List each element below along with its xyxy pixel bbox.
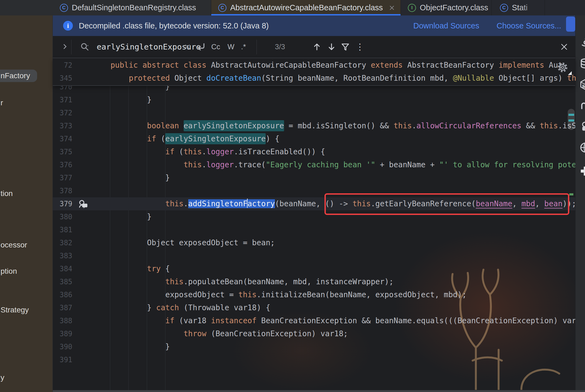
search-result-count: 3/3 bbox=[275, 36, 285, 58]
line-number[interactable]: 72 bbox=[53, 59, 72, 72]
code-text: } bbox=[110, 340, 170, 353]
project-sidebar[interactable]: nFactoryrtionocessorptionStrategyy bbox=[0, 15, 53, 392]
comments-icon[interactable] bbox=[78, 199, 89, 210]
database-icon[interactable] bbox=[579, 58, 585, 70]
scrollbar-match-mark[interactable] bbox=[568, 119, 574, 122]
code-editor[interactable]: 368369 mbd.postProcessed = true;370 }371… bbox=[53, 58, 575, 392]
expand-chevron-right-icon[interactable] bbox=[61, 43, 71, 52]
tab-label: AbstractAutowireCapableBeanFactory.class bbox=[230, 3, 383, 12]
code-line-371: 371 } bbox=[53, 93, 575, 106]
scrollbar-match-mark[interactable] bbox=[568, 114, 574, 116]
code-line-384: 384 try { bbox=[53, 262, 575, 275]
line-number[interactable]: 373 bbox=[53, 119, 72, 132]
svg-text:M: M bbox=[582, 84, 585, 89]
clear-search-icon[interactable] bbox=[184, 43, 193, 53]
close-search-icon[interactable] bbox=[560, 43, 570, 52]
sidebar-item-ocessor[interactable]: ocessor bbox=[1, 239, 27, 251]
tab-abstractautowirecapablebeanfactory-class[interactable]: CAbstractAutowireCapableBeanFactory.clas… bbox=[211, 0, 401, 15]
line-number[interactable]: 386 bbox=[53, 288, 72, 301]
tab-stati[interactable]: CStati bbox=[493, 0, 545, 15]
sidebar-item-tion[interactable]: tion bbox=[1, 187, 13, 200]
code-line-385: 385 this.populateBean(beanName, mbd, ins… bbox=[53, 275, 575, 288]
line-number[interactable]: 391 bbox=[53, 353, 72, 366]
line-number[interactable]: 388 bbox=[53, 314, 72, 327]
line-number[interactable]: 385 bbox=[53, 275, 72, 288]
line-number[interactable]: 371 bbox=[53, 93, 72, 106]
tab-label: ObjectFactory.class bbox=[420, 3, 488, 12]
line-number[interactable]: 384 bbox=[53, 262, 72, 275]
search-icon[interactable] bbox=[80, 42, 90, 52]
close-tab-icon[interactable] bbox=[388, 4, 395, 11]
filter-funnel-icon[interactable] bbox=[340, 42, 350, 52]
code-text: if (earlySingletonExposure) { bbox=[110, 132, 280, 145]
sidebar-item-nfactory[interactable]: nFactory bbox=[0, 70, 37, 82]
sticky-line-345: 345 protected Object doCreateBean(String… bbox=[53, 72, 575, 85]
code-text: } bbox=[110, 210, 152, 223]
line-number[interactable]: 383 bbox=[53, 249, 72, 262]
line-number[interactable]: 345 bbox=[53, 72, 72, 85]
line-number[interactable]: 376 bbox=[53, 158, 72, 171]
gradle-icon[interactable] bbox=[579, 37, 585, 48]
decompiled-banner: i Decompiled .class file, bytecode versi… bbox=[53, 15, 575, 36]
web-icon[interactable] bbox=[579, 142, 585, 153]
tab-label: DefaultSingletonBeanRegistry.class bbox=[72, 3, 196, 12]
tab-objectfactory-class[interactable]: IObjectFactory.class bbox=[401, 0, 492, 15]
selected-text: actory bbox=[248, 199, 275, 208]
line-number[interactable]: 372 bbox=[53, 106, 72, 119]
line-number[interactable]: 378 bbox=[53, 184, 72, 197]
code-line-387: 387 } catch (Throwable var18) { bbox=[53, 301, 575, 314]
new-line-icon[interactable] bbox=[196, 41, 206, 51]
line-number[interactable]: 389 bbox=[53, 327, 72, 340]
line-number[interactable]: 380 bbox=[53, 210, 72, 223]
class-icon: C bbox=[218, 4, 226, 12]
code-text: this.logger.trace("Eagerly caching bean … bbox=[110, 158, 575, 171]
class-icon: C bbox=[500, 4, 508, 12]
line-number[interactable]: 374 bbox=[53, 132, 72, 145]
match-case-toggle[interactable]: Cc bbox=[211, 36, 220, 58]
code-line-373: 373 boolean earlySingletonExposure = mbd… bbox=[53, 119, 575, 132]
code-text: boolean earlySingletonExposure = mbd.isS… bbox=[110, 119, 575, 132]
download-sources-link[interactable]: Download Sources bbox=[413, 21, 479, 30]
plugin-plus-icon[interactable] bbox=[579, 165, 585, 177]
selected-text: addSingletonF bbox=[188, 199, 248, 208]
code-text: public abstract class AbstractAutowireCa… bbox=[110, 59, 563, 72]
next-match-arrow-down-icon[interactable] bbox=[326, 41, 336, 51]
editor-settings-gear-icon[interactable] bbox=[557, 61, 573, 76]
previous-match-arrow-up-icon[interactable] bbox=[312, 41, 321, 51]
line-number[interactable]: 375 bbox=[53, 145, 72, 158]
code-text: try { bbox=[110, 262, 170, 275]
code-line-388: 388 if (var18 instanceof BeanCreationExc… bbox=[53, 314, 575, 327]
scrollbar-status-mark bbox=[569, 193, 573, 195]
editor-tab-bar: CDefaultSingletonBeanRegistry.classCAbst… bbox=[53, 0, 585, 15]
line-number[interactable]: 390 bbox=[53, 340, 72, 353]
line-number[interactable]: 377 bbox=[53, 171, 72, 184]
tab-defaultsingletonbeanregistry-class[interactable]: CDefaultSingletonBeanRegistry.class bbox=[53, 0, 211, 15]
line-number[interactable]: 381 bbox=[53, 223, 72, 236]
code-line-386: 386 exposedObject = this.initializeBean(… bbox=[53, 288, 575, 301]
find-toolbar: earlySingletonExposure Cc W .* 3/3 ⋮ bbox=[53, 36, 575, 58]
regex-toggle[interactable]: .* bbox=[241, 36, 246, 58]
code-line-391: 391 bbox=[53, 353, 575, 366]
code-line-377: 377 } bbox=[53, 171, 575, 184]
whole-words-toggle[interactable]: W bbox=[227, 36, 234, 58]
sidebar-item-strategy[interactable]: Strategy bbox=[1, 304, 29, 316]
sidebar-item-y[interactable]: y bbox=[1, 371, 4, 384]
line-number[interactable]: 379 bbox=[53, 197, 72, 210]
sidebar-item-ption[interactable]: ption bbox=[1, 265, 17, 277]
lock-icon[interactable] bbox=[579, 120, 585, 132]
search-options-kebab-icon[interactable]: ⋮ bbox=[356, 36, 364, 58]
line-number[interactable]: 387 bbox=[53, 301, 72, 314]
search-match: earlySingletonExposure bbox=[184, 121, 284, 130]
banner-message: Decompiled .class file, bytecode version… bbox=[79, 21, 269, 30]
line-number[interactable]: 382 bbox=[53, 236, 72, 249]
choose-sources-link[interactable]: Choose Sources... bbox=[496, 21, 561, 30]
endpoints-icon[interactable] bbox=[579, 100, 585, 112]
code-line-390: 390 } bbox=[53, 340, 575, 353]
code-line-374: 374 if (earlySingletonExposure) { bbox=[53, 132, 575, 145]
maven-icon[interactable]: M bbox=[579, 79, 585, 90]
code-line-375: 375 if (this.logger.isTraceEnabled()) { bbox=[53, 145, 575, 158]
code-text: } bbox=[110, 93, 152, 106]
code-text: exposedObject = this.initializeBean(bean… bbox=[110, 288, 467, 301]
sidebar-item-r[interactable]: r bbox=[1, 97, 3, 109]
banner-side-indicator bbox=[566, 17, 575, 32]
